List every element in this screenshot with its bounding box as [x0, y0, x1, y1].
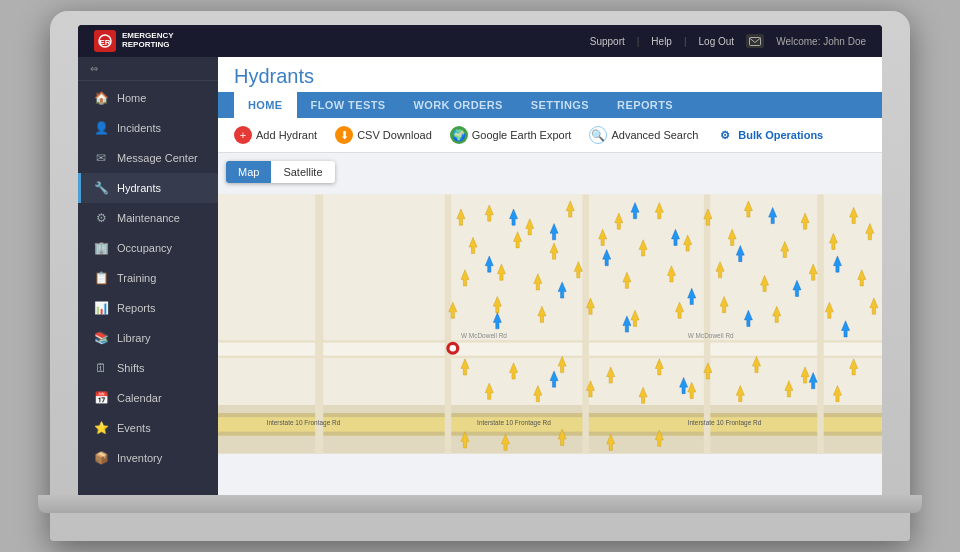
bulk-operations-icon: ⚙	[716, 126, 734, 144]
svg-rect-2	[750, 37, 761, 45]
sidebar-item-shifts[interactable]: 🗓 Shifts	[78, 353, 218, 383]
svg-rect-11	[445, 194, 451, 453]
sidebar-item-label-hydrants: Hydrants	[117, 182, 161, 194]
add-hydrant-button[interactable]: + Add Hydrant	[230, 124, 321, 146]
svg-text:W McDowell Rd: W McDowell Rd	[461, 332, 507, 339]
sidebar-item-label-library: Library	[117, 332, 151, 344]
sidebar-item-inventory[interactable]: 📦 Inventory	[78, 443, 218, 473]
satellite-view-button[interactable]: Satellite	[271, 161, 334, 183]
sidebar-item-library[interactable]: 📚 Library	[78, 323, 218, 353]
sidebar-item-label-occupancy: Occupancy	[117, 242, 172, 254]
page-header: Hydrants HOME FLOW TESTS WORK ORDERS SET…	[218, 57, 882, 118]
content-area: Hydrants HOME FLOW TESTS WORK ORDERS SET…	[218, 57, 882, 495]
incidents-icon: 👤	[93, 120, 109, 136]
occupancy-icon: 🏢	[93, 240, 109, 256]
google-earth-button[interactable]: 🌍 Google Earth Export	[446, 124, 576, 146]
logout-link[interactable]: Log Out	[699, 36, 735, 47]
hydrants-icon: 🔧	[93, 180, 109, 196]
sidebar-item-training[interactable]: 📋 Training	[78, 263, 218, 293]
logo-badge: ER	[94, 30, 116, 52]
support-link[interactable]: Support	[590, 36, 625, 47]
toolbar: + Add Hydrant ⬇ CSV Download 🌍 Google Ea…	[218, 118, 882, 153]
add-hydrant-icon: +	[234, 126, 252, 144]
sidebar-item-label-events: Events	[117, 422, 151, 434]
sidebar-item-label-maintenance: Maintenance	[117, 212, 180, 224]
svg-text:Interstate 10 Frontage Rd: Interstate 10 Frontage Rd	[688, 419, 762, 427]
app-body: ⇔ 🏠 Home 👤 Incidents ✉ Message Center 🔧 …	[78, 57, 882, 495]
page-tabs: HOME FLOW TESTS WORK ORDERS SETTINGS REP…	[218, 92, 882, 118]
sidebar-item-incidents[interactable]: 👤 Incidents	[78, 113, 218, 143]
topbar-links: Support | Help | Log Out Welcome: John D…	[590, 34, 866, 48]
sidebar-item-label-inventory: Inventory	[117, 452, 162, 464]
svg-rect-10	[315, 194, 323, 453]
sidebar-item-maintenance[interactable]: ⚙ Maintenance	[78, 203, 218, 233]
sidebar-item-occupancy[interactable]: 🏢 Occupancy	[78, 233, 218, 263]
sidebar-item-label-training: Training	[117, 272, 156, 284]
svg-text:ER: ER	[99, 38, 110, 47]
laptop-base	[38, 495, 922, 513]
reports-icon: 📊	[93, 300, 109, 316]
app-topbar: ER EMERGENCY REPORTING Support | Help | …	[78, 25, 882, 57]
sidebar-item-calendar[interactable]: 📅 Calendar	[78, 383, 218, 413]
bulk-operations-button[interactable]: ⚙ Bulk Operations	[712, 124, 827, 146]
events-icon: ⭐	[93, 420, 109, 436]
maintenance-icon: ⚙	[93, 210, 109, 226]
app-logo: ER EMERGENCY REPORTING	[94, 30, 174, 52]
laptop-outer: ER EMERGENCY REPORTING Support | Help | …	[50, 11, 910, 541]
sidebar-item-message-center[interactable]: ✉ Message Center	[78, 143, 218, 173]
tab-settings[interactable]: SETTINGS	[517, 92, 603, 118]
svg-text:Interstate 10 Frontage Rd: Interstate 10 Frontage Rd	[267, 419, 341, 427]
logo-icon: ER	[98, 34, 112, 48]
sidebar-item-home[interactable]: 🏠 Home	[78, 83, 218, 113]
training-icon: 📋	[93, 270, 109, 286]
sidebar-item-label-calendar: Calendar	[117, 392, 162, 404]
messages-icon[interactable]	[746, 34, 764, 48]
search-icon: 🔍	[589, 126, 607, 144]
tab-home[interactable]: HOME	[234, 92, 297, 118]
sidebar-item-label-incidents: Incidents	[117, 122, 161, 134]
svg-rect-14	[817, 194, 823, 453]
sidebar-item-reports[interactable]: 📊 Reports	[78, 293, 218, 323]
laptop-screen: ER EMERGENCY REPORTING Support | Help | …	[78, 25, 882, 495]
map-view-button[interactable]: Map	[226, 161, 271, 183]
svg-text:W McDowell Rd: W McDowell Rd	[688, 332, 734, 339]
sidebar-item-label-shifts: Shifts	[117, 362, 145, 374]
map-svg: W McDowell Rd W McDowell Rd Interstate 1…	[218, 153, 882, 495]
library-icon: 📚	[93, 330, 109, 346]
svg-rect-13	[704, 194, 710, 453]
welcome-text: Welcome: John Doe	[776, 36, 866, 47]
advanced-search-button[interactable]: 🔍 Advanced Search	[585, 124, 702, 146]
home-icon: 🏠	[93, 90, 109, 106]
csv-download-button[interactable]: ⬇ CSV Download	[331, 124, 436, 146]
tab-flow-tests[interactable]: FLOW TESTS	[297, 92, 400, 118]
sidebar-collapse-icon[interactable]: ⇔	[90, 63, 98, 74]
logo-text: EMERGENCY REPORTING	[122, 32, 174, 50]
shifts-icon: 🗓	[93, 360, 109, 376]
svg-point-102	[450, 345, 456, 351]
sidebar-item-label-reports: Reports	[117, 302, 156, 314]
sidebar: ⇔ 🏠 Home 👤 Incidents ✉ Message Center 🔧 …	[78, 57, 218, 495]
svg-text:Interstate 10 Frontage Rd: Interstate 10 Frontage Rd	[477, 419, 551, 427]
svg-rect-12	[582, 194, 588, 453]
csv-download-icon: ⬇	[335, 126, 353, 144]
google-earth-icon: 🌍	[450, 126, 468, 144]
sidebar-item-label-home: Home	[117, 92, 146, 104]
sidebar-item-label-message-center: Message Center	[117, 152, 198, 164]
map-toggle: Map Satellite	[226, 161, 335, 183]
map-container[interactable]: W McDowell Rd W McDowell Rd Interstate 1…	[218, 153, 882, 495]
inventory-icon: 📦	[93, 450, 109, 466]
calendar-icon: 📅	[93, 390, 109, 406]
help-link[interactable]: Help	[651, 36, 672, 47]
message-center-icon: ✉	[93, 150, 109, 166]
tab-work-orders[interactable]: WORK ORDERS	[400, 92, 517, 118]
page-title: Hydrants	[234, 65, 866, 92]
sidebar-item-hydrants[interactable]: 🔧 Hydrants	[78, 173, 218, 203]
sidebar-item-events[interactable]: ⭐ Events	[78, 413, 218, 443]
tab-reports[interactable]: REPORTS	[603, 92, 687, 118]
